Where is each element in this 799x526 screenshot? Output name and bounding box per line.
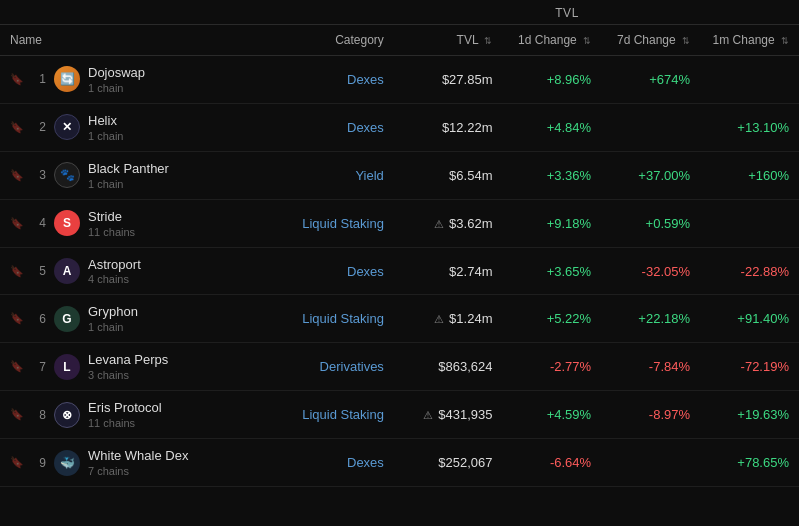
bookmark-icon[interactable]: 🔖 bbox=[10, 456, 24, 469]
tvl-cell: $2.74m bbox=[394, 247, 503, 295]
table-row: 🔖9🐳White Whale Dex7 chainsDexes$252,067-… bbox=[0, 439, 799, 487]
bookmark-icon[interactable]: 🔖 bbox=[10, 121, 24, 134]
row-number: 7 bbox=[32, 360, 46, 374]
table-body: 🔖1🔄Dojoswap1 chainDexes$27.85m+8.96%+674… bbox=[0, 56, 799, 487]
category-link[interactable]: Dexes bbox=[347, 120, 384, 135]
category-cell: Liquid Staking bbox=[237, 199, 394, 247]
protocol-chain: 1 chain bbox=[88, 178, 169, 190]
protocol-logo: ✕ bbox=[54, 114, 80, 140]
row-number: 1 bbox=[32, 72, 46, 86]
category-link[interactable]: Liquid Staking bbox=[302, 407, 384, 422]
name-cell-5: 🔖5AAstroport4 chains bbox=[0, 247, 237, 295]
protocol-name[interactable]: Stride bbox=[88, 209, 135, 226]
7d-sort-icon: ⇅ bbox=[682, 36, 690, 46]
category-cell: Dexes bbox=[237, 439, 394, 487]
table-row: 🔖7LLevana Perps3 chainsDerivatives$863,6… bbox=[0, 343, 799, 391]
protocol-logo: 🐳 bbox=[54, 450, 80, 476]
protocol-chain: 1 chain bbox=[88, 82, 145, 94]
tvl-top-header: TVL bbox=[0, 0, 799, 25]
change-1d-cell: +3.65% bbox=[502, 247, 601, 295]
change-1d-cell: +4.59% bbox=[502, 391, 601, 439]
tvl-cell: ⚠ $431,935 bbox=[394, 391, 503, 439]
row-number: 8 bbox=[32, 408, 46, 422]
category-cell: Liquid Staking bbox=[237, 391, 394, 439]
protocol-chain: 1 chain bbox=[88, 130, 123, 142]
change-7d-cell: -8.97% bbox=[601, 391, 700, 439]
category-cell: Dexes bbox=[237, 56, 394, 104]
tvl-cell: $12.22m bbox=[394, 103, 503, 151]
protocol-name[interactable]: Black Panther bbox=[88, 161, 169, 178]
tvl-header-label: TVL bbox=[555, 6, 579, 20]
row-number: 5 bbox=[32, 264, 46, 278]
tvl-warning-icon: ⚠ bbox=[434, 218, 447, 230]
protocol-name[interactable]: Levana Perps bbox=[88, 352, 168, 369]
protocol-logo: 🔄 bbox=[54, 66, 80, 92]
category-link[interactable]: Yield bbox=[355, 168, 383, 183]
protocol-name[interactable]: White Whale Dex bbox=[88, 448, 188, 465]
bookmark-icon[interactable]: 🔖 bbox=[10, 217, 24, 230]
category-link[interactable]: Derivatives bbox=[320, 359, 384, 374]
1m-sort-icon: ⇅ bbox=[781, 36, 789, 46]
category-cell: Yield bbox=[237, 151, 394, 199]
name-cell-7: 🔖7LLevana Perps3 chains bbox=[0, 343, 237, 391]
change-7d-cell: +37.00% bbox=[601, 151, 700, 199]
protocol-chain: 7 chains bbox=[88, 465, 188, 477]
protocol-name[interactable]: Dojoswap bbox=[88, 65, 145, 82]
col-header-1d[interactable]: 1d Change ⇅ bbox=[502, 25, 601, 56]
bookmark-icon[interactable]: 🔖 bbox=[10, 408, 24, 421]
change-1m-cell: +160% bbox=[700, 151, 799, 199]
bookmark-icon[interactable]: 🔖 bbox=[10, 265, 24, 278]
change-1m-cell: -72.19% bbox=[700, 343, 799, 391]
tvl-cell: $252,067 bbox=[394, 439, 503, 487]
bookmark-icon[interactable]: 🔖 bbox=[10, 360, 24, 373]
protocol-name[interactable]: Helix bbox=[88, 113, 123, 130]
1d-sort-icon: ⇅ bbox=[583, 36, 591, 46]
category-cell: Dexes bbox=[237, 103, 394, 151]
change-1m-cell: +19.63% bbox=[700, 391, 799, 439]
col-header-7d[interactable]: 7d Change ⇅ bbox=[601, 25, 700, 56]
category-link[interactable]: Dexes bbox=[347, 264, 384, 279]
tvl-sort-icon: ⇅ bbox=[484, 36, 492, 46]
name-cell-1: 🔖1🔄Dojoswap1 chain bbox=[0, 56, 237, 104]
protocol-logo: 🐾 bbox=[54, 162, 80, 188]
change-7d-cell: -7.84% bbox=[601, 343, 700, 391]
protocol-name[interactable]: Eris Protocol bbox=[88, 400, 162, 417]
protocol-name[interactable]: Astroport bbox=[88, 257, 141, 274]
change-7d-cell: +0.59% bbox=[601, 199, 700, 247]
protocol-logo: L bbox=[54, 354, 80, 380]
name-cell-3: 🔖3🐾Black Panther1 chain bbox=[0, 151, 237, 199]
col-header-tvl[interactable]: TVL ⇅ bbox=[394, 25, 503, 56]
change-1d-cell: +4.84% bbox=[502, 103, 601, 151]
col-header-1m[interactable]: 1m Change ⇅ bbox=[700, 25, 799, 56]
protocol-name[interactable]: Gryphon bbox=[88, 304, 138, 321]
protocol-chain: 11 chains bbox=[88, 417, 162, 429]
table-row: 🔖5AAstroport4 chainsDexes$2.74m+3.65%-32… bbox=[0, 247, 799, 295]
col-header-name: Name bbox=[0, 25, 237, 56]
protocols-table: Name Category TVL ⇅ 1d Change ⇅ 7d Chang… bbox=[0, 25, 799, 487]
row-number: 9 bbox=[32, 456, 46, 470]
change-1m-cell: +13.10% bbox=[700, 103, 799, 151]
table-row: 🔖2✕Helix1 chainDexes$12.22m+4.84%+13.10% bbox=[0, 103, 799, 151]
change-1m-cell: +78.65% bbox=[700, 439, 799, 487]
bookmark-icon[interactable]: 🔖 bbox=[10, 312, 24, 325]
row-number: 2 bbox=[32, 120, 46, 134]
tvl-warning-icon: ⚠ bbox=[423, 409, 436, 421]
category-link[interactable]: Liquid Staking bbox=[302, 311, 384, 326]
category-link[interactable]: Dexes bbox=[347, 455, 384, 470]
category-link[interactable]: Liquid Staking bbox=[302, 216, 384, 231]
row-number: 6 bbox=[32, 312, 46, 326]
table-row: 🔖6GGryphon1 chainLiquid Staking⚠ $1.24m+… bbox=[0, 295, 799, 343]
tvl-cell: $27.85m bbox=[394, 56, 503, 104]
bookmark-icon[interactable]: 🔖 bbox=[10, 73, 24, 86]
name-cell-8: 🔖8⊗Eris Protocol11 chains bbox=[0, 391, 237, 439]
name-cell-2: 🔖2✕Helix1 chain bbox=[0, 103, 237, 151]
col-header-category: Category bbox=[237, 25, 394, 56]
name-cell-9: 🔖9🐳White Whale Dex7 chains bbox=[0, 439, 237, 487]
protocol-logo: S bbox=[54, 210, 80, 236]
protocol-logo: G bbox=[54, 306, 80, 332]
category-cell: Liquid Staking bbox=[237, 295, 394, 343]
category-link[interactable]: Dexes bbox=[347, 72, 384, 87]
bookmark-icon[interactable]: 🔖 bbox=[10, 169, 24, 182]
table-header-row: Name Category TVL ⇅ 1d Change ⇅ 7d Chang… bbox=[0, 25, 799, 56]
change-1m-cell: +91.40% bbox=[700, 295, 799, 343]
